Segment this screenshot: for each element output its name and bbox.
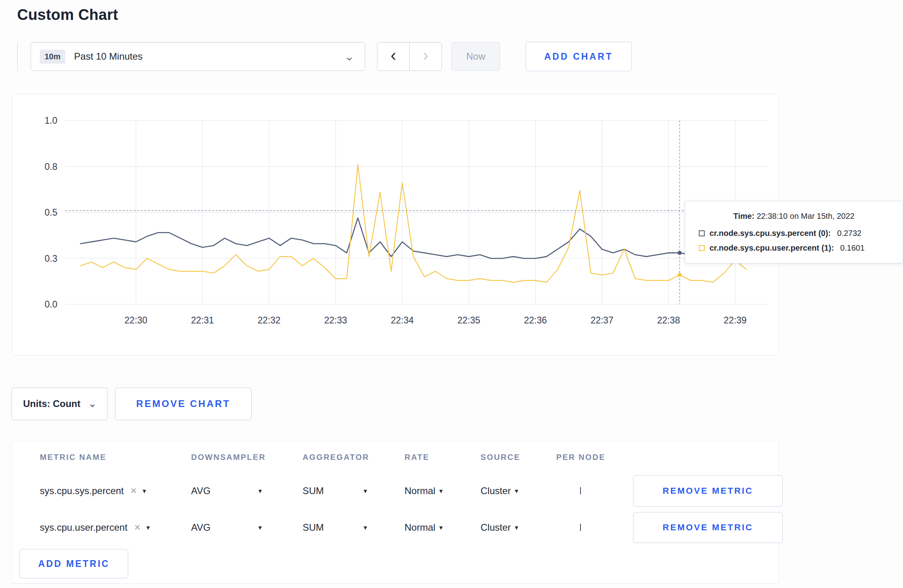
source-value: Cluster [481,522,511,533]
add-chart-button[interactable]: ADD CHART [526,42,632,71]
crosshair-point [678,273,682,277]
series-line [80,165,746,282]
time-pager: ‹ › [377,42,442,71]
x-tick-label: 22:35 [457,315,481,325]
y-tick-label: 0.5 [45,207,57,218]
y-tick-label: 0.8 [45,162,57,172]
metric-name-label: sys.cpu.user.percent [40,522,127,533]
time-range-label: Past 10 Minutes [74,51,143,62]
header-metric-name: METRIC NAME [40,453,191,462]
rate-value: Normal [405,485,435,496]
chevron-down-icon: ▾ [258,524,262,532]
metric-name-label: sys.cpu.sys.percent [40,485,124,496]
chevron-down-icon: ▾ [515,524,518,532]
chevron-down-icon: ▾ [439,487,443,495]
source-select[interactable]: Cluster ▾ [481,485,518,496]
x-tick-label: 22:32 [258,315,281,325]
time-range-dropdown[interactable]: 10m Past 10 Minutes ⌄ [31,42,365,71]
table-header-row: METRIC NAME DOWNSAMPLER AGGREGATOR RATE … [12,442,778,473]
remove-metric-button[interactable]: REMOVE METRIC [633,475,783,506]
per-node-checkbox[interactable] [580,487,581,495]
x-tick-label: 22:31 [191,315,214,325]
y-tick-label: 0.3 [45,253,57,264]
line-chart[interactable]: 1.00.80.50.30.022:3022:3122:3222:3322:34… [12,94,778,355]
x-tick-label: 22:38 [657,315,680,325]
toolbar-divider [17,42,18,71]
x-tick-label: 22:39 [724,315,747,325]
units-dropdown[interactable]: Units: Count ⌄ [12,387,108,420]
tooltip-series-row: cr.node.sys.cpu.user.percent (1): 0.1601 [699,243,889,253]
tooltip-time-label: Time: [733,212,754,220]
table-row: sys.cpu.user.percent ✕ ▾ AVG ▾ SUM ▾ Nor… [12,509,778,546]
remove-metric-button[interactable]: REMOVE METRIC [633,512,783,543]
series-line [80,218,746,259]
y-tick-label: 0.0 [45,299,57,310]
chart-panel: 1.00.80.50.30.022:3022:3122:3222:3322:34… [12,94,779,356]
aggregator-value: SUM [303,522,324,533]
rate-select[interactable]: Normal ▾ [405,522,443,533]
downsampler-value: AVG [191,485,211,496]
per-node-checkbox[interactable] [580,524,581,531]
chart-tooltip: Time: 22:38:10 on Mar 15th, 2022 cr.node… [685,201,903,263]
chevron-down-icon: ▾ [143,487,146,495]
chevron-down-icon: ⌄ [88,400,96,408]
tooltip-series-label: cr.node.sys.cpu.user.percent (1): [710,243,834,253]
tooltip-series-row: cr.node.sys.cpu.sys.percent (0): 0.2732 [699,229,889,238]
chevron-down-icon: ▾ [364,524,367,532]
custom-chart-page: Custom Chart 10m Past 10 Minutes ⌄ ‹ › N… [0,0,903,588]
x-tick-label: 22:37 [590,315,614,325]
units-label: Units: Count [23,398,80,409]
downsampler-select[interactable]: AVG ▾ [191,522,262,533]
tooltip-time-value: 22:38:10 on Mar 15th, 2022 [756,212,854,220]
toolbar: 10m Past 10 Minutes ⌄ ‹ › Now ADD CHART [17,42,903,71]
remove-chart-button[interactable]: REMOVE CHART [115,387,252,420]
series-user-swatch-icon [699,245,705,251]
metrics-table: METRIC NAME DOWNSAMPLER AGGREGATOR RATE … [12,441,779,584]
time-forward-button[interactable]: › [409,42,442,71]
rate-value: Normal [405,522,435,533]
chevron-down-icon: ⌄ [344,53,354,60]
remove-tag-icon[interactable]: ✕ [130,486,137,496]
aggregator-select[interactable]: SUM ▾ [303,485,367,496]
aggregator-select[interactable]: SUM ▾ [303,522,367,533]
downsampler-select[interactable]: AVG ▾ [191,485,262,496]
source-value: Cluster [481,485,511,496]
x-tick-label: 22:36 [524,315,547,325]
x-tick-label: 22:33 [324,315,347,325]
y-tick-label: 1.0 [45,115,57,126]
chevron-down-icon: ▾ [364,487,367,495]
time-back-button[interactable]: ‹ [377,42,410,71]
series-sys-swatch-icon [699,230,705,236]
aggregator-value: SUM [303,485,324,496]
chart-footer: Units: Count ⌄ REMOVE CHART [12,387,903,420]
header-rate: RATE [405,453,481,462]
now-button[interactable]: Now [452,42,500,71]
metric-name-select[interactable]: sys.cpu.sys.percent ✕ ▾ [40,485,146,496]
x-tick-label: 22:30 [125,315,148,325]
page-title: Custom Chart [0,0,903,23]
x-tick-label: 22:34 [391,315,414,325]
metric-name-select[interactable]: sys.cpu.user.percent ✕ ▾ [40,522,150,533]
source-select[interactable]: Cluster ▾ [481,522,518,533]
chevron-down-icon: ▾ [258,487,262,495]
remove-tag-icon[interactable]: ✕ [134,523,141,532]
chevron-down-icon: ▾ [515,487,518,495]
tooltip-series-value: 0.2732 [837,229,862,238]
crosshair-point [678,251,682,255]
tooltip-series-value: 0.1601 [840,243,864,253]
header-source: SOURCE [481,453,556,462]
tooltip-time: Time: 22:38:10 on Mar 15th, 2022 [699,212,889,221]
header-aggregator: AGGREGATOR [303,453,405,462]
tooltip-series-label: cr.node.sys.cpu.sys.percent (0): [710,229,831,238]
chevron-down-icon: ▾ [439,524,443,532]
header-downsampler: DOWNSAMPLER [191,453,303,462]
add-metric-button[interactable]: ADD METRIC [20,549,128,578]
table-row: sys.cpu.sys.percent ✕ ▾ AVG ▾ SUM ▾ Norm… [12,473,778,509]
rate-select[interactable]: Normal ▾ [405,485,443,496]
time-range-badge: 10m [40,50,65,64]
chevron-down-icon: ▾ [147,524,150,532]
header-per-node: PER NODE [556,453,624,462]
downsampler-value: AVG [191,522,211,533]
